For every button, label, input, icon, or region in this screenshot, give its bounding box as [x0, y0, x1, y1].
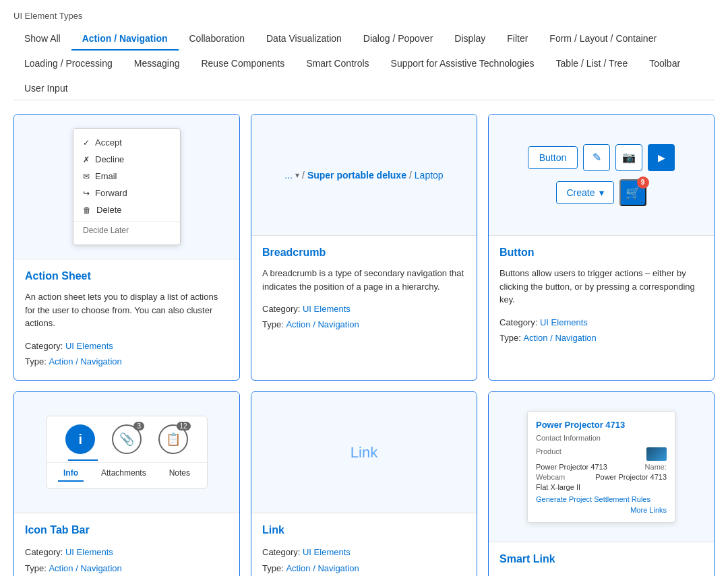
action-sheet-mock: ✓Accept✗Decline✉Email↪Forward🗑DeleteDeci…: [73, 128, 181, 245]
chevron-down-icon: ▾: [599, 187, 604, 198]
type-value[interactable]: Action / Navigation: [49, 356, 121, 366]
type-value[interactable]: Action / Navigation: [286, 319, 359, 329]
demo-camera-button[interactable]: 📷: [615, 144, 642, 171]
category-value[interactable]: UI Elements: [540, 317, 588, 327]
card-button: Button ✎ 📷 ▶ Create ▾ 🛒 9 Button Buttons…: [488, 114, 715, 381]
breadcrumb-mock: ... ▾ / Super portable deluxe / Laptop: [284, 170, 443, 181]
card-title-breadcrumb: Breadcrumb: [262, 247, 466, 259]
nav-tab-dialog-popover[interactable]: Dialog / Popover: [353, 28, 444, 51]
nav-tab-display[interactable]: Display: [444, 28, 496, 51]
card-icon-tab-bar: i 📎 3 📋 12 Info Attachments Notes Icon T…: [13, 391, 240, 576]
button-row-2: Create ▾ 🛒 9: [556, 179, 646, 206]
category-value[interactable]: UI Elements: [303, 547, 351, 557]
breadcrumb-chevron: ▾: [295, 170, 299, 180]
action-sheet-item: 🗑Delete: [73, 201, 180, 218]
breadcrumb-item-1[interactable]: Super portable deluxe: [307, 170, 406, 181]
nav-tab-user-input[interactable]: User Input: [13, 77, 79, 100]
nav-tab-support-assistive[interactable]: Support for Assistive Technologies: [380, 53, 545, 75]
smart-link-action[interactable]: Generate Project Settlement Rules: [536, 495, 667, 503]
nav-tab-smart-controls[interactable]: Smart Controls: [295, 53, 380, 75]
action-icon: ✉: [83, 172, 90, 181]
category-label: Category:: [262, 304, 303, 314]
link-preview: Link: [351, 444, 377, 461]
card-meta-icon-tab-bar: Category: UI Elements Type: Action / Nav…: [25, 544, 229, 576]
smart-link-value-1: Power Projector 4713: [536, 463, 607, 471]
action-sheet-footer: Decide Later: [73, 221, 180, 239]
card-desc-button: Buttons allow users to trigger actions –…: [499, 267, 703, 307]
icon-tab-bar-mock: i 📎 3 📋 12 Info Attachments Notes: [46, 416, 208, 489]
button-preview: Button ✎ 📷 ▶ Create ▾ 🛒 9: [528, 144, 675, 206]
nav-tab-reuse-components[interactable]: Reuse Components: [190, 53, 295, 75]
cards-grid: ✓Accept✗Decline✉Email↪Forward🗑DeleteDeci…: [13, 114, 715, 576]
smart-link-thumb: [646, 447, 667, 461]
category-label: Category:: [499, 317, 540, 327]
type-label: Type:: [25, 356, 49, 366]
demo-button[interactable]: Button: [528, 146, 578, 169]
nav-tab-loading-processing[interactable]: Loading / Processing: [13, 53, 123, 75]
tab-bar-icons: i 📎 3 📋 12: [47, 416, 207, 459]
action-label: Decline: [95, 154, 124, 164]
nav-tab-messaging[interactable]: Messaging: [123, 53, 191, 75]
tab-icon-attachments[interactable]: 📎 3: [112, 424, 142, 454]
nav-tab-toolbar[interactable]: Toolbar: [638, 53, 691, 75]
nav-tab-collaboration[interactable]: Collaboration: [179, 28, 256, 51]
demo-create-button[interactable]: Create ▾: [556, 181, 613, 204]
category-value[interactable]: UI Elements: [303, 304, 351, 314]
link-demo[interactable]: Link: [351, 444, 377, 461]
card-preview-link: Link: [251, 392, 477, 513]
card-preview-smart-link: Power Projector 4713 Contact Information…: [489, 392, 714, 542]
action-label: Email: [95, 171, 117, 181]
tab-icon-notes[interactable]: 📋 12: [158, 424, 188, 454]
card-title-action-sheet: Action Sheet: [25, 270, 229, 282]
category-value[interactable]: UI Elements: [65, 547, 113, 557]
card-preview-icon-tab-bar: i 📎 3 📋 12 Info Attachments Notes: [14, 392, 239, 513]
tab-bar-labels: Info Attachments Notes: [47, 462, 207, 488]
smart-link-more[interactable]: More Links: [536, 506, 667, 514]
nav-tab-table-list-tree[interactable]: Table / List / Tree: [545, 53, 639, 75]
smart-link-row-3: Webcam Power Projector 4713: [536, 473, 667, 481]
demo-edit-button[interactable]: ✎: [583, 144, 610, 171]
smart-link-row-1: Product: [536, 447, 667, 461]
category-nav: Show AllAction / NavigationCollaboration…: [13, 28, 715, 100]
demo-video-button[interactable]: ▶: [648, 144, 675, 171]
nav-tab-show-all[interactable]: Show All: [13, 28, 71, 51]
action-label: Accept: [95, 137, 122, 148]
card-smart-link: Power Projector 4713 Contact Information…: [488, 391, 715, 576]
smart-link-row-4: Flat X-large II: [536, 483, 667, 491]
breadcrumb-ellipsis: ...: [284, 170, 293, 181]
type-label: Type:: [262, 563, 286, 573]
card-body-action-sheet: Action Sheet An action sheet lets you to…: [14, 259, 239, 380]
type-value[interactable]: Action / Navigation: [286, 563, 359, 573]
type-value[interactable]: Action / Navigation: [523, 333, 596, 343]
type-label: Type:: [25, 563, 49, 573]
nav-tab-filter[interactable]: Filter: [496, 28, 539, 51]
tab-label-notes[interactable]: Notes: [164, 466, 195, 482]
card-meta-breadcrumb: Category: UI Elements Type: Action / Nav…: [262, 301, 466, 333]
card-title-button: Button: [499, 247, 703, 259]
card-preview-breadcrumb: ... ▾ / Super portable deluxe / Laptop: [251, 115, 477, 236]
tab-label-info[interactable]: Info: [58, 466, 84, 482]
card-desc-breadcrumb: A breadcrumb is a type of secondary navi…: [262, 267, 466, 293]
card-body-button: Button Buttons allow users to trigger ac…: [489, 236, 714, 380]
breadcrumb-sep-2: /: [409, 170, 412, 181]
category-label: Category:: [25, 341, 65, 351]
action-sheet-item: ✉Email: [73, 168, 180, 185]
card-preview-button: Button ✎ 📷 ▶ Create ▾ 🛒 9: [489, 115, 714, 236]
info-icon: i: [65, 424, 95, 454]
card-title-link: Link: [262, 524, 466, 536]
card-breadcrumb: ... ▾ / Super portable deluxe / Laptop B…: [251, 114, 477, 381]
tab-icon-info[interactable]: i: [65, 424, 95, 454]
nav-tab-action-navigation[interactable]: Action / Navigation: [71, 28, 179, 51]
demo-cart-button[interactable]: 🛒 9: [619, 179, 646, 206]
tab-label-attachments[interactable]: Attachments: [96, 466, 152, 482]
card-title-smart-link: Smart Link: [499, 553, 703, 565]
nav-tab-data-visualization[interactable]: Data Visualization: [255, 28, 353, 51]
nav-tab-form-layout-container[interactable]: Form / Layout / Container: [539, 28, 667, 51]
action-icon: ✓: [83, 138, 90, 148]
card-link: Link Link Category: UI Elements Type: Ac…: [251, 391, 477, 576]
category-label: Category:: [25, 547, 65, 557]
breadcrumb-item-2[interactable]: Laptop: [415, 170, 444, 181]
category-value[interactable]: UI Elements: [65, 341, 113, 351]
card-body-smart-link: Smart Link Category: UI Elements Type: N…: [489, 542, 714, 576]
type-value[interactable]: Action / Navigation: [49, 563, 121, 573]
